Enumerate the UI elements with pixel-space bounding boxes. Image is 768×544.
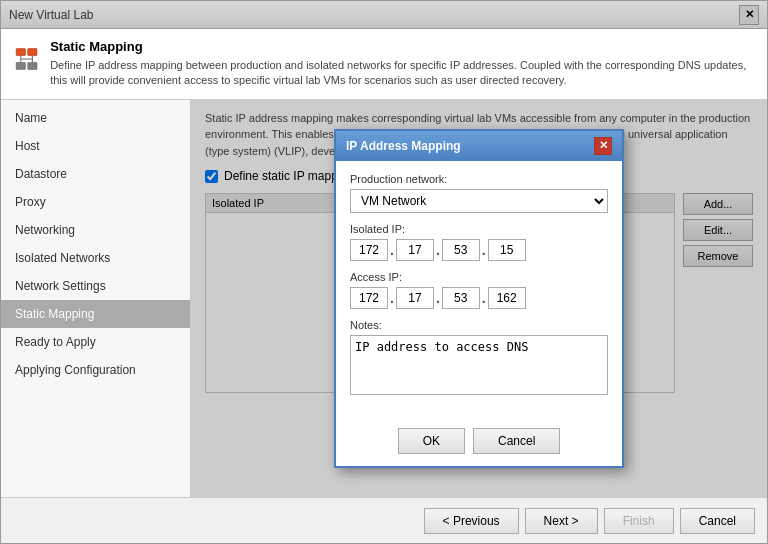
sidebar-item-static-mapping[interactable]: Static Mapping xyxy=(1,300,190,328)
isolated-ip-octet3[interactable] xyxy=(442,239,480,261)
sidebar-item-name[interactable]: Name xyxy=(1,104,190,132)
sidebar-item-network-settings[interactable]: Network Settings xyxy=(1,272,190,300)
main-window: New Virtual Lab ✕ Static Mapping Define … xyxy=(0,0,768,544)
svg-rect-2 xyxy=(16,62,25,69)
access-ip-dot3: . xyxy=(482,290,486,306)
access-ip-row: Access IP: . . . xyxy=(350,271,608,309)
modal-title-bar: IP Address Mapping ✕ xyxy=(336,131,622,161)
static-mapping-icon xyxy=(15,39,38,79)
cancel-button[interactable]: Cancel xyxy=(680,508,755,534)
svg-rect-0 xyxy=(16,49,25,56)
svg-rect-3 xyxy=(28,62,37,69)
notes-label: Notes: xyxy=(350,319,608,331)
sidebar-item-networking[interactable]: Networking xyxy=(1,216,190,244)
header-panel: Static Mapping Define IP address mapping… xyxy=(1,29,767,100)
content-area: Name Host Datastore Proxy Networking Iso… xyxy=(1,100,767,497)
finish-button[interactable]: Finish xyxy=(604,508,674,534)
sidebar-item-host[interactable]: Host xyxy=(1,132,190,160)
svg-rect-1 xyxy=(28,49,37,56)
isolated-ip-row: Isolated IP: . . . xyxy=(350,223,608,261)
main-content: Static IP address mapping makes correspo… xyxy=(191,100,767,497)
isolated-ip-octet2[interactable] xyxy=(396,239,434,261)
notes-row: Notes: IP address to access DNS xyxy=(350,319,608,398)
sidebar-item-datastore[interactable]: Datastore xyxy=(1,160,190,188)
sidebar-item-proxy[interactable]: Proxy xyxy=(1,188,190,216)
header-description: Define IP address mapping between produc… xyxy=(50,58,753,89)
sidebar-item-ready-to-apply[interactable]: Ready to Apply xyxy=(1,328,190,356)
access-ip-dot1: . xyxy=(390,290,394,306)
access-ip-octet2[interactable] xyxy=(396,287,434,309)
isolated-ip-dot2: . xyxy=(436,242,440,258)
access-ip-octet1[interactable] xyxy=(350,287,388,309)
window-close-button[interactable]: ✕ xyxy=(739,5,759,25)
sidebar: Name Host Datastore Proxy Networking Iso… xyxy=(1,100,191,497)
isolated-ip-label: Isolated IP: xyxy=(350,223,608,235)
next-button[interactable]: Next > xyxy=(525,508,598,534)
modal-title: IP Address Mapping xyxy=(346,139,461,153)
header-text-area: Static Mapping Define IP address mapping… xyxy=(50,39,753,89)
production-network-label: Production network: xyxy=(350,173,608,185)
isolated-ip-dot3: . xyxy=(482,242,486,258)
access-ip-dot2: . xyxy=(436,290,440,306)
notes-textarea[interactable]: IP address to access DNS xyxy=(350,335,608,395)
modal-cancel-button[interactable]: Cancel xyxy=(473,428,560,454)
production-network-row: Production network: VM Network xyxy=(350,173,608,213)
header-title: Static Mapping xyxy=(50,39,753,54)
modal-overlay: IP Address Mapping ✕ Production network:… xyxy=(191,100,767,497)
production-network-select[interactable]: VM Network xyxy=(350,189,608,213)
access-ip-label: Access IP: xyxy=(350,271,608,283)
access-ip-octet3[interactable] xyxy=(442,287,480,309)
ip-address-mapping-dialog: IP Address Mapping ✕ Production network:… xyxy=(334,129,624,468)
isolated-ip-inputs: . . . xyxy=(350,239,608,261)
window-title: New Virtual Lab xyxy=(9,8,94,22)
modal-footer: OK Cancel xyxy=(336,420,622,466)
previous-button[interactable]: < Previous xyxy=(424,508,519,534)
isolated-ip-octet1[interactable] xyxy=(350,239,388,261)
isolated-ip-dot1: . xyxy=(390,242,394,258)
title-bar: New Virtual Lab ✕ xyxy=(1,1,767,29)
modal-ok-button[interactable]: OK xyxy=(398,428,465,454)
sidebar-item-applying-configuration[interactable]: Applying Configuration xyxy=(1,356,190,384)
bottom-bar: < Previous Next > Finish Cancel xyxy=(1,497,767,543)
access-ip-octet4[interactable] xyxy=(488,287,526,309)
access-ip-inputs: . . . xyxy=(350,287,608,309)
isolated-ip-octet4[interactable] xyxy=(488,239,526,261)
modal-body: Production network: VM Network Isolated … xyxy=(336,161,622,420)
modal-close-button[interactable]: ✕ xyxy=(594,137,612,155)
sidebar-item-isolated-networks[interactable]: Isolated Networks xyxy=(1,244,190,272)
